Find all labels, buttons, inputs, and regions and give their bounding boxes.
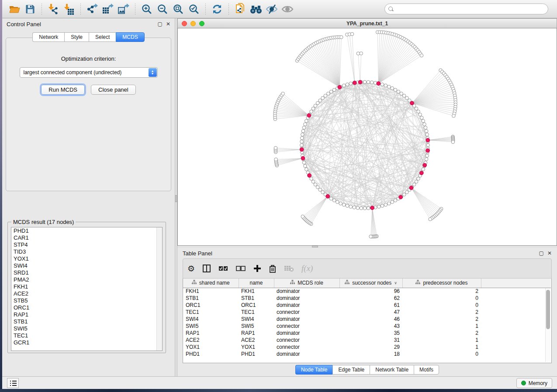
memory-button[interactable]: Memory xyxy=(516,378,552,388)
minimize-traffic-light[interactable] xyxy=(190,21,196,26)
result-list-item[interactable]: YOX1 xyxy=(11,255,162,262)
table-options-gear-icon[interactable]: ⚙ xyxy=(187,262,195,275)
network-canvas[interactable] xyxy=(177,28,557,246)
table-row[interactable]: ACE2ACE2connector311 xyxy=(183,337,551,344)
node-table-container: shared namenameMCDS rolesuccessor nodes∨… xyxy=(183,279,552,363)
float-icon[interactable]: ▢ xyxy=(539,251,544,256)
reapply-layout-icon[interactable] xyxy=(211,3,224,16)
clone-network-icon[interactable] xyxy=(234,3,247,16)
column-header-MCDS-role[interactable]: MCDS role xyxy=(274,279,339,288)
result-list-item[interactable]: STB5 xyxy=(11,297,162,304)
splitter-grip[interactable] xyxy=(175,195,177,202)
column-namespace-icon xyxy=(192,280,197,286)
tab-node-table[interactable]: Node Table xyxy=(295,365,333,375)
search-field[interactable] xyxy=(384,3,548,14)
close-icon[interactable]: ✕ xyxy=(166,21,170,27)
control-panel-tabs: NetworkStyleSelectMCDS xyxy=(2,32,175,42)
table-row[interactable]: RAP1RAP1dominator352 xyxy=(183,330,551,337)
show-columns-icon[interactable] xyxy=(203,262,211,275)
control-panel: Control Panel ▢ ✕ NetworkStyleSelectMCDS… xyxy=(2,18,175,376)
criterion-dropdown[interactable]: largest connected component (undirected)… xyxy=(20,67,158,78)
hide-selection-icon[interactable] xyxy=(265,3,278,16)
search-input[interactable] xyxy=(396,6,544,12)
export-table-icon[interactable] xyxy=(101,3,114,16)
import-table-icon[interactable] xyxy=(62,3,76,16)
column-namespace-icon xyxy=(415,280,420,286)
result-list-item[interactable]: FKH1 xyxy=(11,283,162,290)
table-row[interactable]: TEC1TEC1connector472 xyxy=(183,309,551,316)
column-header-name[interactable]: name xyxy=(239,279,274,288)
table-scrollbar[interactable] xyxy=(545,288,550,362)
splitter-grip[interactable] xyxy=(312,246,318,248)
close-traffic-light[interactable] xyxy=(182,21,187,26)
result-list-item[interactable]: TID3 xyxy=(11,248,162,255)
tab-edge-table[interactable]: Edge Table xyxy=(332,365,370,375)
result-list-item[interactable]: STB1 xyxy=(11,318,162,325)
run-mcds-button[interactable]: Run MCDS xyxy=(41,85,85,95)
close-icon[interactable]: ✕ xyxy=(547,251,552,256)
result-list-item[interactable]: GCR1 xyxy=(11,339,162,346)
table-panel-titlebar: Table Panel ▢ ✕ xyxy=(177,248,557,258)
zoom-selected-icon[interactable] xyxy=(187,3,201,16)
delete-column-icon[interactable] xyxy=(269,262,276,275)
task-history-button[interactable] xyxy=(7,378,19,388)
table-row[interactable]: SWI5SWI5connector431 xyxy=(183,323,551,330)
column-header-shared-name[interactable]: shared name xyxy=(183,279,239,288)
result-list-item[interactable]: SWI4 xyxy=(11,262,162,269)
cytoscape-window: Control Panel ▢ ✕ NetworkStyleSelectMCDS… xyxy=(2,0,557,389)
select-all-icon[interactable] xyxy=(218,262,228,275)
table-row[interactable]: SWI4SWI4dominator462 xyxy=(183,316,551,323)
float-icon[interactable]: ▢ xyxy=(158,21,163,27)
zoom-traffic-light[interactable] xyxy=(199,21,204,26)
tab-select[interactable]: Select xyxy=(89,32,116,42)
open-session-icon[interactable] xyxy=(8,3,21,16)
mcds-result-title: MCDS result (17 nodes) xyxy=(11,219,76,225)
table-row[interactable]: ORC1ORC1dominator610 xyxy=(183,302,551,309)
scrollbar-thumb[interactable] xyxy=(546,290,550,329)
column-namespace-icon xyxy=(345,280,349,286)
zoom-in-icon[interactable] xyxy=(140,3,153,16)
zoom-out-icon[interactable] xyxy=(156,3,169,16)
add-column-icon[interactable] xyxy=(253,262,261,275)
result-list-item[interactable]: PHD1 xyxy=(11,227,162,234)
show-all-icon[interactable] xyxy=(281,3,294,16)
network-window-titlebar: YPA_prune.txt_1 xyxy=(177,18,557,28)
result-list-item[interactable]: STP4 xyxy=(11,241,162,248)
tab-network-table[interactable]: Network Table xyxy=(370,365,414,375)
search-icon xyxy=(388,7,394,12)
import-network-icon[interactable] xyxy=(47,3,60,16)
result-list-item[interactable]: ORC1 xyxy=(11,304,162,311)
tab-mcds[interactable]: MCDS xyxy=(116,32,144,42)
sort-descending-icon: ∨ xyxy=(394,281,397,285)
table-row[interactable]: FKH1FKH1dominator962 xyxy=(183,288,551,295)
column-header-predecessor-nodes[interactable]: predecessor nodes xyxy=(402,279,481,288)
horizontal-splitter[interactable] xyxy=(177,246,557,248)
result-list-scrollbar[interactable] xyxy=(156,227,162,351)
network-graph[interactable] xyxy=(178,28,557,245)
table-row[interactable]: STB1STB1dominator620 xyxy=(183,295,551,302)
save-session-icon[interactable] xyxy=(24,3,37,16)
function-builder-icon[interactable]: f(x) xyxy=(301,262,313,275)
zoom-fit-icon[interactable] xyxy=(172,3,185,16)
table-row[interactable]: YOX1YOX1connector291 xyxy=(183,344,551,351)
tab-style[interactable]: Style xyxy=(64,32,89,42)
tab-motifs[interactable]: Motifs xyxy=(414,365,439,375)
table-row[interactable]: PHD1PHD1dominator180 xyxy=(183,351,551,358)
control-panel-title: Control Panel xyxy=(7,21,41,28)
tab-network[interactable]: Network xyxy=(32,32,64,42)
result-list-item[interactable]: CAR1 xyxy=(11,234,162,241)
binoculars-icon[interactable] xyxy=(249,3,263,16)
result-list-item[interactable]: SRD1 xyxy=(11,269,162,276)
result-list-item[interactable]: ACE2 xyxy=(11,290,162,297)
close-panel-button[interactable]: Close panel xyxy=(91,85,136,95)
export-image-icon[interactable] xyxy=(117,3,130,16)
mcds-result-list[interactable]: PHD1CAR1STP4TID3YOX1SWI4SRD1PMA2FKH1ACE2… xyxy=(11,227,163,351)
export-network-icon[interactable] xyxy=(86,3,99,16)
result-list-item[interactable]: TEC1 xyxy=(11,332,162,339)
result-list-item[interactable]: PMA2 xyxy=(11,276,162,283)
result-list-item[interactable]: RAP1 xyxy=(11,311,162,318)
result-list-item[interactable]: SWI5 xyxy=(11,325,162,332)
deselect-all-icon[interactable] xyxy=(236,262,246,275)
column-header-successor-nodes[interactable]: successor nodes∨ xyxy=(339,279,402,288)
delete-table-icon[interactable] xyxy=(284,262,294,275)
